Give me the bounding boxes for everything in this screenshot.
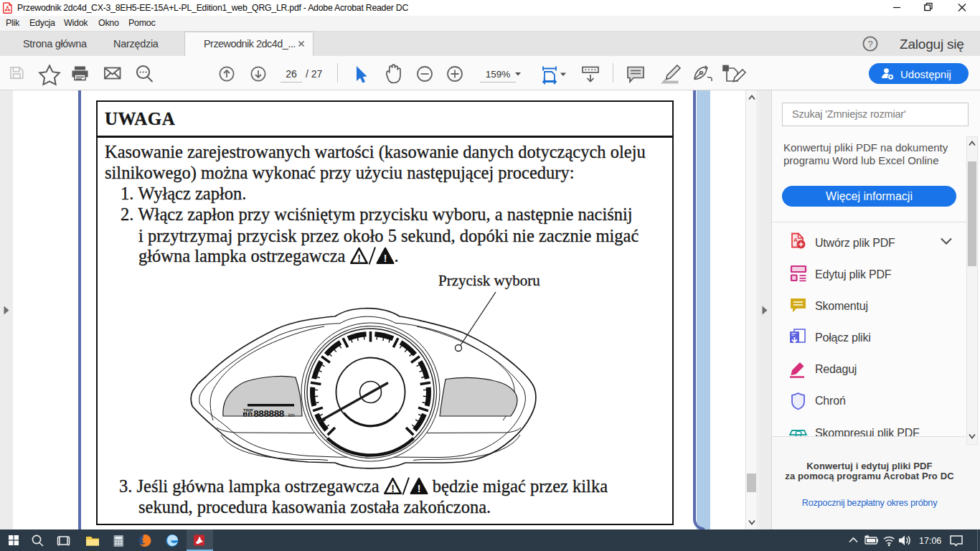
svg-text:17:06: 17:06	[919, 536, 941, 546]
svg-text:B: B	[249, 413, 251, 417]
svg-text:A: A	[244, 413, 246, 417]
svg-text:TRIP: TRIP	[243, 408, 253, 413]
svg-text:Połącz pliki: Połącz pliki	[815, 331, 871, 344]
svg-text:Chroń: Chroń	[815, 395, 846, 407]
svg-text:Skomentuj: Skomentuj	[815, 300, 868, 312]
svg-text:A: A	[793, 237, 798, 243]
svg-text:Redaguj: Redaguj	[815, 363, 857, 375]
svg-text:km: km	[288, 413, 295, 418]
svg-text:888888: 888888	[253, 409, 285, 420]
svg-text:?: ?	[867, 39, 872, 50]
svg-text:Edytuj plik PDF: Edytuj plik PDF	[815, 268, 892, 281]
svg-text:Utwórz plik PDF: Utwórz plik PDF	[815, 237, 895, 249]
